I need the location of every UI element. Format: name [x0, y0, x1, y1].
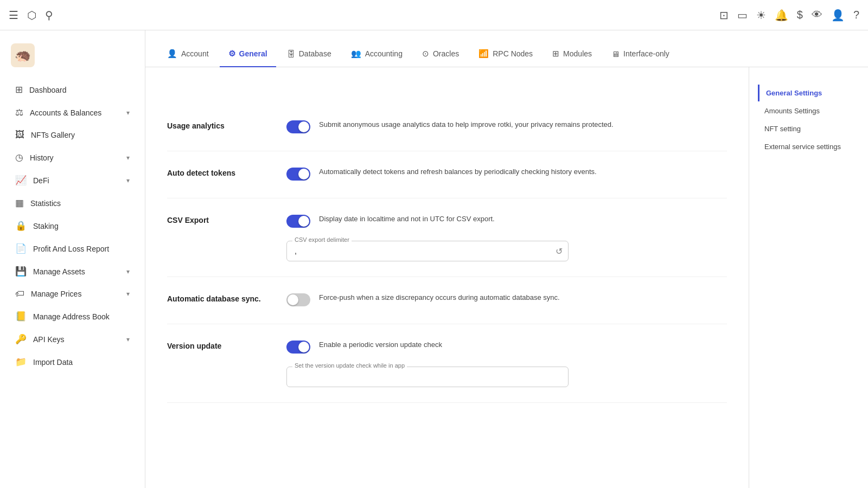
- topbar-right: ⊡ ▭ ☀ 🔔 $ 👁 👤 ?: [719, 9, 859, 22]
- sidebar-item-manage-assets[interactable]: 💾 Manage Assets ▾: [4, 260, 141, 282]
- toggle-wrapper-usage-analytics: [286, 120, 310, 136]
- setting-desc-version-update: Enable a periodic version update check: [319, 339, 727, 350]
- chevron-down-icon: ▾: [126, 177, 130, 184]
- import-data-icon: 📁: [15, 356, 27, 368]
- tab-oracles[interactable]: ⊙ Oracles: [413, 41, 468, 67]
- staking-icon: 🔒: [15, 220, 27, 232]
- sidebar-logo: 🦔: [0, 37, 145, 78]
- setting-row-version-update: Version update Enable a periodic version…: [167, 324, 727, 403]
- statistics-icon: ▦: [15, 197, 24, 209]
- interface-only-tab-icon: 🖥: [611, 49, 620, 59]
- sidebar-item-api-keys[interactable]: 🔑 API Keys ▾: [4, 328, 141, 350]
- toggle-wrapper-csv-export: [286, 215, 310, 230]
- accounting-tab-icon: 👥: [351, 49, 361, 59]
- sidebar: 🦔 ⊞ Dashboard ⚖ Accounts & Balances ▾ 🖼 …: [0, 30, 145, 488]
- tab-interface-only[interactable]: 🖥 Interface-only: [603, 42, 678, 67]
- sidebar-item-label: Dashboard: [29, 86, 67, 94]
- history-icon: ◷: [15, 152, 23, 163]
- logo-image: 🦔: [11, 43, 35, 67]
- sidebar-item-profit-loss[interactable]: 📄 Profit And Loss Report: [4, 237, 141, 260]
- toggle-version-update[interactable]: [286, 341, 310, 354]
- search-icon[interactable]: ⚲: [45, 9, 53, 22]
- defi-icon: 📈: [15, 175, 27, 186]
- toggle-knob: [298, 342, 309, 352]
- sidebar-item-left: 📄 Profit And Loss Report: [15, 243, 109, 254]
- setting-label-auto-db-sync: Automatic database sync.: [167, 292, 286, 303]
- sidebar-item-left: 📒 Manage Address Book: [15, 311, 110, 322]
- version-top: Enable a periodic version update check: [286, 339, 727, 356]
- version-input[interactable]: [295, 373, 544, 381]
- chevron-down-icon: ▾: [126, 154, 130, 162]
- sidebar-item-left: 🔒 Staking: [15, 220, 59, 232]
- sidebar-item-label: Manage Address Book: [33, 312, 110, 321]
- chevron-down-icon: ▾: [126, 290, 130, 298]
- api-keys-icon: 🔑: [15, 333, 27, 345]
- sidebar-item-label: DeFi: [33, 176, 49, 185]
- sidebar-item-label: API Keys: [33, 335, 65, 344]
- csv-input-group[interactable]: CSV export delimiter ↺: [286, 241, 569, 261]
- sidebar-item-staking[interactable]: 🔒 Staking: [4, 215, 141, 237]
- sidebar-item-left: 🏷 Manage Prices: [15, 288, 81, 299]
- tab-account[interactable]: 👤 Account: [158, 41, 218, 67]
- csv-delimiter-input[interactable]: [295, 247, 544, 255]
- setting-row-auto-detect-tokens: Auto detect tokens Automatically detect …: [167, 151, 727, 198]
- tab-label: Modules: [563, 49, 592, 58]
- right-nav-external-service[interactable]: External service settings: [758, 138, 859, 155]
- display-icon[interactable]: ▭: [737, 9, 748, 22]
- screenshot-icon[interactable]: ⊡: [719, 9, 729, 22]
- tab-general[interactable]: ⚙ General: [220, 41, 276, 67]
- brightness-icon[interactable]: ☀: [756, 9, 766, 22]
- sidebar-item-defi[interactable]: 📈 DeFi ▾: [4, 169, 141, 191]
- account-tab-icon: 👤: [167, 49, 177, 59]
- sidebar-item-nfts-gallery[interactable]: 🖼 NFTs Gallery: [4, 124, 141, 146]
- sidebar-item-label: Profit And Loss Report: [33, 245, 109, 253]
- chevron-down-icon: ▾: [126, 268, 130, 275]
- toggle-knob: [288, 294, 298, 305]
- tab-rpc-nodes[interactable]: 📶 RPC Nodes: [470, 41, 541, 67]
- currency-icon[interactable]: $: [797, 9, 803, 21]
- toggle-wrapper-version-update: [286, 341, 310, 356]
- csv-section: Display date in localtime and not in UTC…: [286, 214, 727, 261]
- right-nav-general-settings[interactable]: General Settings: [758, 85, 859, 101]
- sidebar-item-import-data[interactable]: 📁 Import Data: [4, 351, 141, 373]
- toggle-auto-detect-tokens[interactable]: [286, 168, 310, 181]
- reset-icon[interactable]: ↺: [556, 246, 563, 256]
- setting-label-version-update: Version update: [167, 339, 286, 350]
- sidebar-item-accounts-balances[interactable]: ⚖ Accounts & Balances ▾: [4, 101, 141, 124]
- sidebar-item-label: Manage Assets: [33, 267, 85, 276]
- sidebar-item-left: ◷ History: [15, 152, 54, 163]
- settings-main: Usage analytics Submit anonymous usage a…: [145, 67, 749, 488]
- sidebar-item-label: Staking: [33, 222, 59, 230]
- tab-database[interactable]: 🗄 Database: [278, 42, 340, 67]
- sidebar-item-label: NFTs Gallery: [31, 131, 75, 139]
- tab-modules[interactable]: ⊞ Modules: [544, 41, 601, 67]
- sidebar-item-history[interactable]: ◷ History ▾: [4, 146, 141, 169]
- user-icon[interactable]: 👤: [831, 9, 845, 22]
- sidebar-item-manage-address-book[interactable]: 📒 Manage Address Book: [4, 305, 141, 328]
- toggle-csv-export[interactable]: [286, 215, 310, 228]
- sidebar-item-label: Accounts & Balances: [30, 108, 101, 117]
- setting-control-auto-detect-tokens: Automatically detect tokens and refresh …: [286, 166, 727, 183]
- menu-icon[interactable]: ☰: [9, 9, 18, 22]
- version-input-group[interactable]: Set the version update check while in ap…: [286, 367, 569, 387]
- toggle-auto-db-sync[interactable]: [286, 293, 310, 306]
- sidebar-item-manage-prices[interactable]: 🏷 Manage Prices ▾: [4, 283, 141, 305]
- bell-icon[interactable]: 🔔: [775, 9, 788, 22]
- ghost-icon[interactable]: ⬡: [27, 9, 36, 22]
- toggle-usage-analytics[interactable]: [286, 120, 310, 133]
- help-icon[interactable]: ?: [853, 9, 859, 21]
- tabs-bar: 👤 Account ⚙ General 🗄 Database 👥 Account…: [145, 41, 868, 67]
- general-tab-icon: ⚙: [228, 49, 235, 59]
- toggle-knob: [298, 121, 309, 132]
- version-input-label: Set the version update check while in ap…: [292, 362, 407, 369]
- tab-label: Accounting: [365, 49, 403, 58]
- right-nav-amounts-settings[interactable]: Amounts Settings: [758, 102, 859, 119]
- sidebar-item-label: Manage Prices: [31, 290, 81, 298]
- eye-icon[interactable]: 👁: [812, 9, 822, 21]
- setting-desc-csv-export: Display date in localtime and not in UTC…: [319, 214, 727, 224]
- sidebar-item-statistics[interactable]: ▦ Statistics: [4, 192, 141, 214]
- sidebar-item-dashboard[interactable]: ⊞ Dashboard: [4, 79, 141, 101]
- tab-accounting[interactable]: 👥 Accounting: [342, 41, 411, 67]
- right-nav-nft-setting[interactable]: NFT setting: [758, 120, 859, 137]
- right-sidebar: General SettingsAmounts SettingsNFT sett…: [749, 67, 868, 488]
